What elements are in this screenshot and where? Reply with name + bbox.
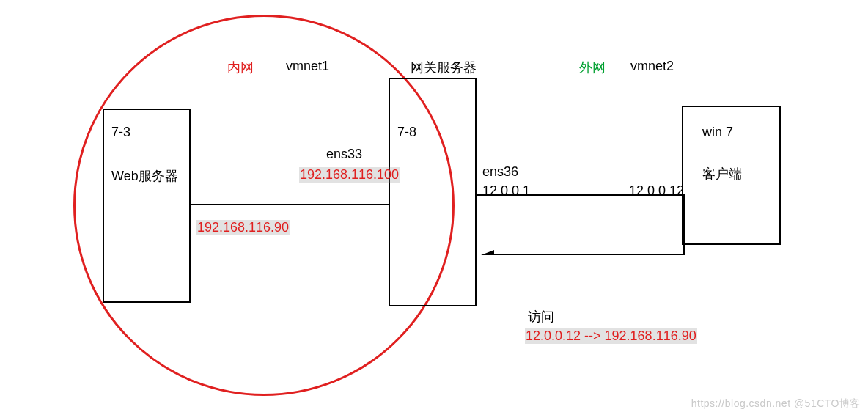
- outer-net-label: 外网: [579, 59, 606, 76]
- arrowhead-icon: [481, 250, 494, 255]
- access-label: 访问: [528, 308, 554, 326]
- mid-box-id: 7-8: [397, 125, 416, 140]
- left-box-role: Web服务器: [111, 167, 178, 185]
- inner-net-label: 内网: [227, 59, 254, 76]
- line-left-mid: [191, 204, 389, 205]
- vmnet1-label: vmnet1: [286, 59, 329, 74]
- line-arrow-shaft: [493, 254, 685, 255]
- ens36-label: ens36: [482, 164, 518, 180]
- right-box-role: 客户端: [702, 165, 742, 183]
- line-right-down: [683, 194, 685, 255]
- access-route: 12.0.0.12 --> 192.168.116.90: [525, 328, 697, 344]
- left-box-id: 7-3: [111, 125, 130, 140]
- left-ip: 192.168.116.90: [196, 220, 290, 235]
- vmnet2-label: vmnet2: [630, 59, 674, 74]
- gateway-title: 网关服务器: [411, 59, 477, 76]
- ens33-ip: 192.168.116.100: [299, 167, 400, 183]
- ens33-label: ens33: [326, 147, 362, 162]
- ens36-ip: 12.0.0.1: [482, 183, 530, 199]
- right-ip: 12.0.0.12: [629, 183, 684, 199]
- watermark-text: https://blog.csdn.net @51CTO博客: [691, 397, 861, 411]
- gateway-box: [389, 78, 477, 306]
- right-box-id: win 7: [702, 125, 733, 140]
